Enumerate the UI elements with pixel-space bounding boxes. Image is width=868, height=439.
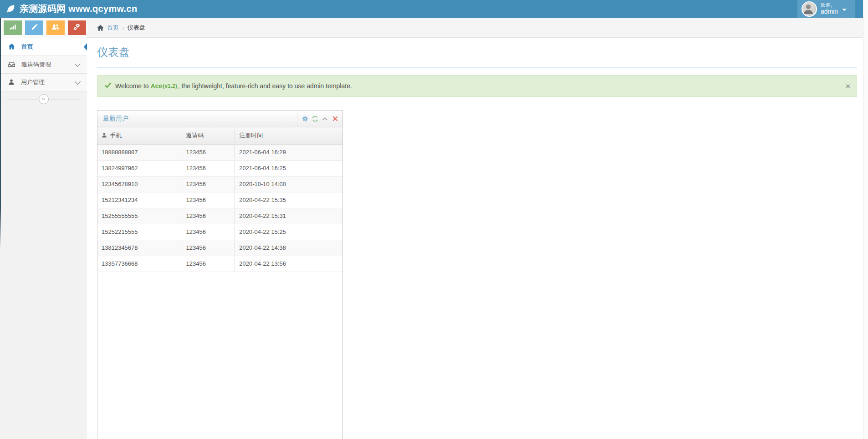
user-icon bbox=[102, 132, 107, 139]
breadcrumb-home-link[interactable]: 首页 bbox=[107, 24, 119, 32]
table-cell: 13812345678 bbox=[97, 240, 182, 256]
table-row: 152123412341234562020-04-22 15:35 bbox=[97, 192, 342, 208]
table-cell: 2020-04-22 15:35 bbox=[235, 192, 342, 208]
sidebar-item-label: 首页 bbox=[21, 43, 33, 51]
column-header-phone: 手机 bbox=[97, 127, 182, 144]
chevron-down-icon bbox=[75, 79, 81, 85]
inbox-icon bbox=[8, 61, 15, 69]
sidebar-shortcuts bbox=[0, 18, 87, 38]
users-shortcut-button[interactable] bbox=[46, 20, 65, 35]
table-cell: 12345678910 bbox=[97, 176, 182, 192]
brand-link[interactable]: 亲测源码网 www.qcymw.cn bbox=[5, 0, 137, 18]
table-row: 138123456781234562020-04-22 14:38 bbox=[97, 240, 342, 256]
settings-shortcut-button[interactable] bbox=[68, 20, 86, 35]
table-cell: 15255555555 bbox=[97, 208, 182, 224]
table-cell: 13357736668 bbox=[97, 256, 182, 272]
table-cell: 123456 bbox=[182, 144, 235, 160]
column-header-invite-code: 邀请码 bbox=[182, 127, 235, 144]
widget-close-button[interactable] bbox=[332, 116, 338, 122]
navbar: 亲测源码网 www.qcymw.cn 欢迎, admin bbox=[0, 0, 863, 18]
welcome-alert: Welcome to Ace (v1.2) , the lightweight,… bbox=[97, 75, 857, 97]
user-icon bbox=[8, 79, 15, 86]
widget-toolbar bbox=[297, 111, 342, 127]
leaf-icon bbox=[5, 4, 15, 14]
alert-version: (v1.2) bbox=[163, 83, 177, 89]
table-cell: 123456 bbox=[182, 256, 235, 272]
table-cell: 2021-06-04 16:29 bbox=[235, 144, 342, 160]
gears-icon bbox=[73, 23, 81, 32]
widget-collapse-button[interactable] bbox=[322, 116, 328, 122]
welcome-text: 欢迎, admin bbox=[821, 3, 838, 15]
widget-header: 最新用户 bbox=[97, 111, 342, 127]
widget-refresh-button[interactable] bbox=[311, 116, 318, 122]
table-header-row: 手机 邀请码 注册时间 bbox=[97, 127, 342, 144]
sidebar: 首页 邀请码管理 用户管理 « bbox=[0, 18, 87, 439]
brand-title: 亲测源码网 www.qcymw.cn bbox=[20, 3, 137, 15]
pencil-icon bbox=[31, 24, 38, 32]
alert-text-suffix: , the lightweight, feature-rich and easy… bbox=[178, 82, 352, 90]
latest-users-table: 手机 邀请码 注册时间 188888888871234562021-06-04 … bbox=[97, 127, 342, 272]
alert-close-button[interactable]: × bbox=[846, 82, 850, 90]
table-cell: 2020-10-10 14:00 bbox=[235, 176, 342, 192]
sidebar-collapse-button[interactable]: « bbox=[39, 94, 49, 104]
home-icon bbox=[97, 25, 104, 31]
latest-users-tbody: 188888888871234562021-06-04 16:291382499… bbox=[97, 144, 342, 272]
home-icon bbox=[8, 43, 15, 51]
app-screen: 亲测源码网 www.qcymw.cn 欢迎, admin bbox=[0, 0, 868, 439]
sidebar-item-label: 用户管理 bbox=[21, 78, 45, 86]
latest-users-widget: 最新用户 bbox=[97, 110, 343, 439]
widget-settings-button[interactable] bbox=[301, 116, 308, 122]
table-cell: 2020-04-22 15:25 bbox=[235, 224, 342, 240]
caret-down-icon bbox=[842, 9, 847, 11]
table-cell: 123456 bbox=[182, 224, 235, 240]
table-cell: 2021-06-04 16:25 bbox=[235, 160, 342, 176]
table-cell: 15212341234 bbox=[97, 192, 182, 208]
page-title: 仪表盘 bbox=[97, 45, 857, 60]
table-row: 188888888871234562021-06-04 16:29 bbox=[97, 144, 342, 160]
table-row: 123456789101234562020-10-10 14:00 bbox=[97, 176, 342, 192]
widget-title: 最新用户 bbox=[97, 115, 297, 123]
column-header-register-time: 注册时间 bbox=[235, 127, 342, 144]
user-menu-button[interactable]: 欢迎, admin bbox=[797, 0, 855, 18]
table-cell: 123456 bbox=[182, 240, 235, 256]
sidebar-collapse-row: « bbox=[0, 91, 87, 106]
breadcrumb-current: 仪表盘 bbox=[128, 24, 145, 32]
bar-chart-icon bbox=[9, 24, 16, 32]
table-cell: 18888888887 bbox=[97, 144, 182, 160]
table-cell: 123456 bbox=[182, 176, 235, 192]
users-icon bbox=[51, 24, 60, 32]
breadcrumb-separator: › bbox=[122, 24, 124, 31]
table-cell: 13824997962 bbox=[97, 160, 182, 176]
table-cell: 123456 bbox=[182, 160, 235, 176]
table-row: 138249979621234562021-06-04 16:25 bbox=[97, 160, 342, 176]
chevron-down-icon bbox=[75, 61, 81, 67]
table-cell: 2020-04-22 15:31 bbox=[235, 208, 342, 224]
table-cell: 15252215555 bbox=[97, 224, 182, 240]
bar-chart-shortcut-button[interactable] bbox=[4, 20, 22, 35]
sidebar-item-home[interactable]: 首页 bbox=[0, 38, 87, 56]
main-content: 仪表盘 Welcome to Ace (v1.2) , the lightwei… bbox=[87, 38, 863, 439]
page-header: 仪表盘 bbox=[97, 38, 857, 68]
table-cell: 2020-04-22 14:38 bbox=[235, 240, 342, 256]
alert-brand: Ace bbox=[151, 82, 163, 90]
window-edge bbox=[0, 18, 1, 249]
table-row: 152555555551234562020-04-22 15:31 bbox=[97, 208, 342, 224]
table-row: 133577366681234562020-04-22 13:56 bbox=[97, 256, 342, 272]
sidebar-item-label: 邀请码管理 bbox=[21, 61, 51, 69]
edit-shortcut-button[interactable] bbox=[25, 20, 43, 35]
sidebar-item-users[interactable]: 用户管理 bbox=[0, 74, 87, 91]
sidebar-item-invite-codes[interactable]: 邀请码管理 bbox=[0, 56, 87, 74]
breadcrumb: 首页 › 仪表盘 bbox=[87, 18, 863, 38]
alert-text-prefix: Welcome to bbox=[115, 82, 149, 90]
vertical-scrollbar[interactable] bbox=[863, 0, 868, 439]
table-cell: 123456 bbox=[182, 208, 235, 224]
user-avatar bbox=[802, 1, 817, 17]
table-cell: 2020-04-22 13:56 bbox=[235, 256, 342, 272]
table-row: 152522155551234562020-04-22 15:25 bbox=[97, 224, 342, 240]
check-icon bbox=[105, 82, 115, 90]
table-cell: 123456 bbox=[182, 192, 235, 208]
